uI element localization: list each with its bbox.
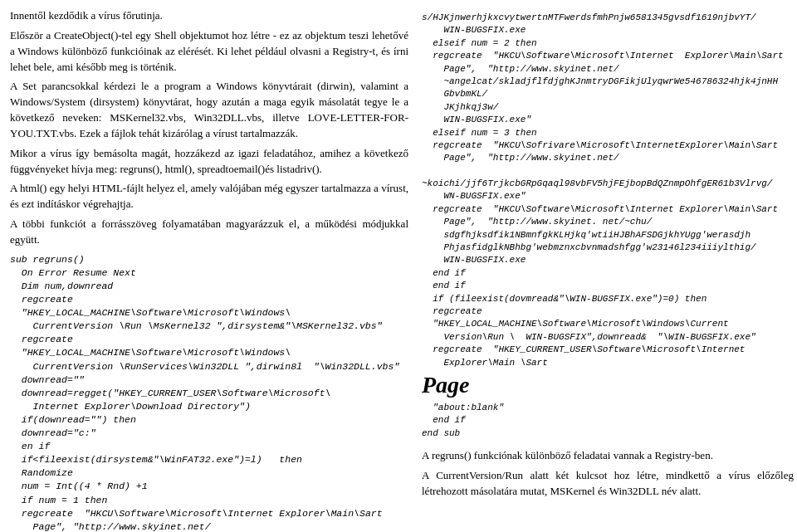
para-4: Mikor a vírus így bemásolta magát, hozzá… — [10, 146, 408, 178]
para-6: A többi funkciót a forrásszöveg folyamat… — [10, 217, 408, 248]
para-3: A Set parancsokkal kérdezi le a program … — [10, 79, 408, 141]
left-code-block: sub regruns() On Error Resume Next Dim n… — [10, 253, 408, 532]
right-paragraphs: A regruns() funkciónak különböző feladat… — [422, 448, 794, 500]
large-page-text: Page — [422, 373, 794, 398]
right-code-top: s/HJKjnwerhjkxcvytwertnMTFwerdsfmhPnjw65… — [422, 12, 794, 369]
para-1: Innentől kezdődik a vírus főrutinja. — [10, 8, 408, 24]
right-para-1: A regruns() funkciónak különböző feladat… — [422, 448, 794, 464]
right-code-bottom: "about:blank" end if end sub — [422, 402, 794, 440]
page-container: Innentől kezdődik a vírus főrutinja. Elő… — [0, 0, 797, 532]
intro-paragraphs: Innentől kezdődik a vírus főrutinja. Elő… — [10, 8, 408, 248]
para-2: Először a CreateObject()-tel egy Shell o… — [10, 28, 408, 76]
para-5: A html() egy helyi HTML-fájlt helyez el,… — [10, 181, 408, 212]
right-column: s/HJKjnwerhjkxcvytwertnMTFwerdsfmhPnjw65… — [422, 8, 794, 524]
left-column: Innentől kezdődik a vírus főrutinja. Elő… — [10, 8, 408, 524]
right-para-2: A CurrentVersion/Run alatt két kulcsot h… — [422, 468, 794, 500]
